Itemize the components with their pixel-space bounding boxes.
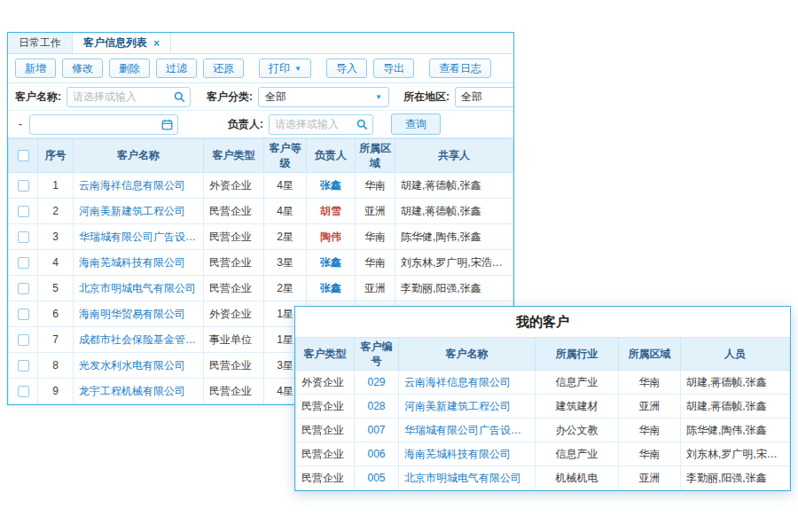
search-icon[interactable] <box>174 91 185 103</box>
staff: 胡建,蒋德帧,张鑫 <box>681 371 790 395</box>
shared-people: 刘东林,罗广明,宋浩然,张鑫 <box>395 250 513 276</box>
row-no: 7 <box>38 327 74 353</box>
customer-type: 外资企业 <box>204 301 264 327</box>
customer-code[interactable]: 028 <box>355 395 399 419</box>
header-region: 所属区域 <box>619 338 681 371</box>
table-row[interactable]: 5 北京市明城电气有限公司 民营企业 2星 张鑫 亚洲 李勤丽,阳强,张鑫 <box>9 276 513 301</box>
table-row[interactable]: 1 云南海祥信息有限公司 外资企业 4星 张鑫 华南 胡建,蒋德帧,张鑫 <box>9 173 513 199</box>
close-tab-icon[interactable]: × <box>153 37 160 50</box>
row-checkbox[interactable] <box>18 180 29 192</box>
my-customer-row[interactable]: 外资企业 029 云南海祥信息有限公司 信息产业 华南 胡建,蒋德帧,张鑫 <box>296 371 790 395</box>
header-industry: 所属行业 <box>536 338 619 371</box>
date-input[interactable] <box>29 114 178 135</box>
import-button[interactable]: 导入 <box>326 59 367 78</box>
customer-type: 外资企业 <box>204 173 264 199</box>
customer-level: 4星 <box>264 199 307 224</box>
customer-code[interactable]: 005 <box>355 466 399 490</box>
owner[interactable]: 张鑫 <box>307 250 356 276</box>
my-customer-row[interactable]: 民营企业 028 河南美新建筑工程公司 建筑建材 亚洲 胡建,蒋德帧,张鑫 <box>296 395 790 419</box>
restore-button[interactable]: 还原 <box>203 59 244 78</box>
owner[interactable]: 陶伟 <box>307 224 356 250</box>
owner[interactable]: 张鑫 <box>307 173 356 199</box>
calendar-icon[interactable] <box>161 119 173 130</box>
search-icon[interactable] <box>356 119 368 130</box>
customer-name-link[interactable]: 海南芜城科技有限公司 <box>399 442 536 466</box>
row-checkbox[interactable] <box>18 309 29 320</box>
query-button[interactable]: 查询 <box>391 113 441 135</box>
customer-level: 2星 <box>264 224 307 250</box>
table-row[interactable]: 3 华瑞城有限公司广告设计部 民营企业 2星 陶伟 华南 陈华健,陶伟,张鑫 <box>9 224 513 250</box>
row-no: 1 <box>38 173 74 199</box>
row-checkbox[interactable] <box>18 386 29 397</box>
table-row[interactable]: 4 海南芜城科技有限公司 民营企业 3星 张鑫 华南 刘东林,罗广明,宋浩然,张… <box>9 250 513 276</box>
row-checkbox[interactable] <box>18 334 29 346</box>
row-checkbox[interactable] <box>18 283 29 294</box>
customer-name-link[interactable]: 北京市明城电气有限公司 <box>399 466 536 490</box>
customer-type: 事业单位 <box>204 327 264 353</box>
customer-type: 外资企业 <box>296 371 355 395</box>
customer-type: 民营企业 <box>204 224 264 250</box>
industry: 办公文教 <box>536 419 619 442</box>
row-checkbox[interactable] <box>18 206 29 217</box>
customer-name-link[interactable]: 龙宇工程机械有限公司 <box>74 379 204 404</box>
delete-button[interactable]: 删除 <box>109 59 150 78</box>
chevron-down-icon: ▼ <box>375 93 382 101</box>
customer-name-link[interactable]: 海南明华贸易有限公司 <box>74 301 204 327</box>
header-customer-name: 客户名称 <box>74 139 204 173</box>
customer-code[interactable]: 007 <box>355 419 399 442</box>
export-button[interactable]: 导出 <box>373 59 414 78</box>
chevron-down-icon: ▼ <box>294 65 301 73</box>
customer-level: 3星 <box>264 250 307 276</box>
tab-customer-list[interactable]: 客户信息列表 × <box>73 33 171 53</box>
customer-name-link[interactable]: 华瑞城有限公司广告设计部 <box>399 419 536 442</box>
customer-name-link[interactable]: 华瑞城有限公司广告设计部 <box>74 224 204 250</box>
edit-button[interactable]: 修改 <box>62 59 103 78</box>
table-header-row: 序号 客户名称 客户类型 客户等级 负责人 所属区域 共享人 <box>9 139 513 173</box>
customer-name-link[interactable]: 北京市明城电气有限公司 <box>74 276 204 301</box>
my-customer-row[interactable]: 民营企业 006 海南芜城科技有限公司 信息产业 华南 刘东林,罗广明,宋浩然.… <box>296 442 790 466</box>
owner[interactable]: 胡雪 <box>307 199 356 224</box>
customer-type: 民营企业 <box>204 353 264 379</box>
shared-people: 胡建,蒋德帧,张鑫 <box>395 199 513 224</box>
customer-name-link[interactable]: 云南海祥信息有限公司 <box>74 173 204 199</box>
customer-name-link[interactable]: 成都市社会保险基金管理... <box>74 327 204 353</box>
row-checkbox[interactable] <box>18 257 29 269</box>
my-customers-title: 我的客户 <box>295 307 790 337</box>
customer-name-link[interactable]: 河南美新建筑工程公司 <box>399 395 536 419</box>
customer-code[interactable]: 029 <box>355 371 399 395</box>
header-region: 所属区域 <box>356 139 395 173</box>
customer-type: 民营企业 <box>296 419 355 442</box>
customer-name-input[interactable] <box>66 87 191 107</box>
my-customer-row[interactable]: 民营企业 005 北京市明城电气有限公司 机械机电 亚洲 李勤丽,阳强,张鑫 <box>296 466 790 490</box>
header-owner: 负责人 <box>307 139 356 173</box>
row-checkbox[interactable] <box>18 360 29 372</box>
header-shared: 共享人 <box>395 139 513 173</box>
view-log-button[interactable]: 查看日志 <box>429 59 491 78</box>
tab-customer-list-label: 客户信息列表 <box>83 35 147 51</box>
table-row[interactable]: 2 河南美新建筑工程公司 民营企业 4星 胡雪 亚洲 胡建,蒋德帧,张鑫 <box>9 199 513 224</box>
customer-code[interactable]: 006 <box>355 442 399 466</box>
tab-daily-work[interactable]: 日常工作 <box>8 33 73 53</box>
customer-name-link[interactable]: 海南芜城科技有限公司 <box>74 250 204 276</box>
customer-category-label: 客户分类: <box>207 90 253 105</box>
my-customers-table: 客户类型 客户编号 客户名称 所属行业 所属区域 人员 外资企业 029 云南海… <box>295 337 790 490</box>
filter-button[interactable]: 过滤 <box>156 59 197 78</box>
owner[interactable]: 张鑫 <box>307 276 356 301</box>
select-all-checkbox[interactable] <box>18 150 29 161</box>
customer-name-label: 客户名称: <box>15 90 61 105</box>
customer-name-link[interactable]: 河南美新建筑工程公司 <box>74 199 204 224</box>
header-staff: 人员 <box>681 338 790 371</box>
row-checkbox[interactable] <box>18 231 29 243</box>
region: 亚洲 <box>356 276 395 301</box>
header-customer-level: 客户等级 <box>264 139 307 173</box>
region: 华南 <box>619 419 681 442</box>
print-button[interactable]: 打印 ▼ <box>259 59 311 78</box>
customer-name-link[interactable]: 光发水利水电有限公司 <box>74 353 204 379</box>
select-all-header <box>9 139 38 173</box>
district-input[interactable] <box>455 87 513 107</box>
my-customer-row[interactable]: 民营企业 007 华瑞城有限公司广告设计部 办公文教 华南 陈华健,陶伟,张鑫 <box>296 419 790 442</box>
customer-name-link[interactable]: 云南海祥信息有限公司 <box>399 371 536 395</box>
customer-category-select[interactable]: 全部 ▼ <box>258 87 389 107</box>
add-button[interactable]: 新增 <box>15 59 56 78</box>
owner-label: 负责人: <box>228 117 263 132</box>
